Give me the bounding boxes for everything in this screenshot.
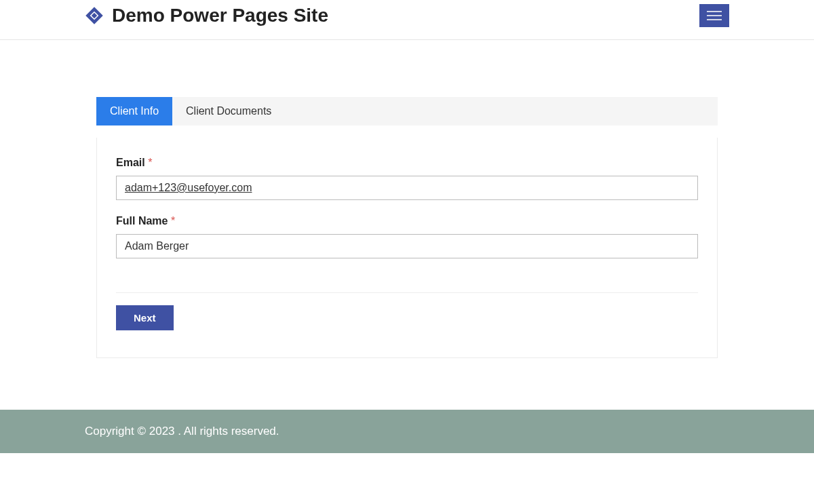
tab-client-documents[interactable]: Client Documents: [172, 97, 285, 125]
next-button[interactable]: Next: [116, 305, 174, 330]
brand-logo-icon: [85, 6, 104, 25]
form-group-fullname: Full Name *: [116, 215, 698, 258]
email-field[interactable]: [116, 176, 698, 200]
copyright-text: Copyright © 2023 . All rights reserved.: [85, 425, 279, 438]
hamburger-icon: [707, 11, 722, 12]
tab-client-info[interactable]: Client Info: [96, 97, 172, 125]
fullname-label: Full Name *: [116, 215, 698, 227]
menu-toggle-button[interactable]: [699, 4, 729, 27]
required-mark: *: [171, 215, 175, 227]
form-group-email: Email *: [116, 157, 698, 200]
form-actions: Next: [116, 292, 698, 330]
email-label: Email *: [116, 157, 698, 169]
site-title: Demo Power Pages Site: [112, 5, 328, 26]
fullname-field[interactable]: [116, 234, 698, 258]
footer: Copyright © 2023 . All rights reserved.: [0, 410, 814, 453]
tab-strip: Client Info Client Documents: [96, 97, 718, 125]
navbar: Demo Power Pages Site: [0, 0, 814, 40]
main-container: Client Info Client Documents Email * Ful…: [0, 40, 814, 358]
form-card: Email * Full Name * Next: [96, 138, 718, 358]
brand[interactable]: Demo Power Pages Site: [85, 5, 328, 26]
required-mark: *: [148, 157, 152, 168]
